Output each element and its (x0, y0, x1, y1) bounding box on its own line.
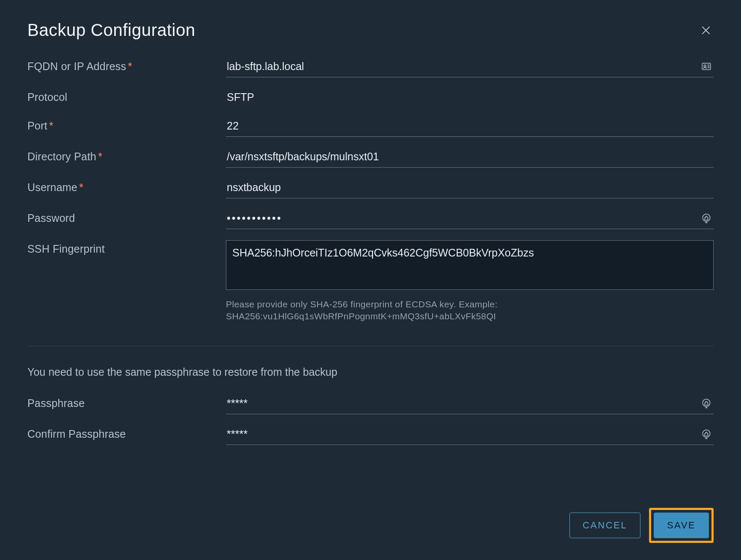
dialog-footer: CANCEL SAVE (27, 498, 714, 543)
required-marker: * (79, 181, 83, 193)
row-ssh-fingerprint: SSH Fingerprint Please provide only SHA-… (27, 240, 714, 323)
confirm-passphrase-input[interactable] (226, 425, 714, 445)
password-reveal-icon[interactable] (701, 212, 712, 224)
row-confirm-passphrase: Confirm Passphrase (27, 425, 714, 445)
label-ssh-fingerprint: SSH Fingerprint (27, 240, 216, 255)
port-input[interactable] (226, 117, 714, 137)
label-protocol: Protocol (27, 88, 216, 103)
label-directory-path-text: Directory Path (27, 150, 96, 162)
helper-line-2: SHA256:vu1HlG6q1sWbRfPnPognmtK+mMQ3sfU+a… (226, 310, 714, 322)
row-username: Username* (27, 179, 714, 198)
svg-point-3 (704, 65, 706, 67)
row-passphrase: Passphrase (27, 395, 714, 414)
passphrase-input[interactable] (226, 395, 714, 414)
label-username: Username* (27, 179, 216, 194)
required-marker: * (98, 150, 102, 162)
row-directory-path: Directory Path* (27, 148, 714, 168)
required-marker: * (49, 120, 53, 132)
dialog-title: Backup Configuration (27, 21, 195, 40)
label-port-text: Port (27, 120, 47, 132)
label-fqdn: FQDN or IP Address* (27, 58, 216, 73)
protocol-value: SFTP (226, 88, 714, 106)
password-reveal-icon[interactable] (701, 428, 712, 439)
row-password: Password (27, 209, 714, 229)
save-button-highlight: SAVE (649, 508, 714, 543)
section-divider (27, 346, 714, 346)
helper-line-1: Please provide only SHA-256 fingerprint … (226, 298, 714, 310)
username-input[interactable] (226, 179, 714, 198)
label-directory-path: Directory Path* (27, 148, 216, 163)
dialog-header: Backup Configuration (27, 21, 714, 40)
label-port: Port* (27, 117, 216, 132)
label-passphrase: Passphrase (27, 395, 216, 410)
form-body: FQDN or IP Address* (27, 58, 714, 498)
passphrase-note: You need to use the same passphrase to r… (27, 366, 714, 378)
required-marker: * (128, 60, 132, 72)
close-icon (700, 24, 712, 36)
backup-configuration-dialog: Backup Configuration FQDN or IP Address* (0, 0, 741, 560)
password-input[interactable] (226, 209, 714, 229)
row-fqdn: FQDN or IP Address* (27, 58, 714, 77)
ssh-fingerprint-helper: Please provide only SHA-256 fingerprint … (226, 298, 714, 323)
label-fqdn-text: FQDN or IP Address (27, 60, 126, 72)
label-username-text: Username (27, 181, 77, 193)
fqdn-input[interactable] (226, 58, 714, 77)
label-password: Password (27, 209, 216, 224)
cancel-button[interactable]: CANCEL (569, 513, 640, 538)
directory-path-input[interactable] (226, 148, 714, 168)
row-protocol: Protocol SFTP (27, 88, 714, 106)
id-card-icon[interactable] (701, 61, 712, 72)
ssh-fingerprint-input[interactable] (226, 240, 714, 290)
password-reveal-icon[interactable] (701, 398, 712, 409)
row-port: Port* (27, 117, 714, 137)
label-confirm-passphrase: Confirm Passphrase (27, 425, 216, 440)
close-button[interactable] (698, 23, 714, 38)
save-button[interactable]: SAVE (654, 513, 709, 538)
